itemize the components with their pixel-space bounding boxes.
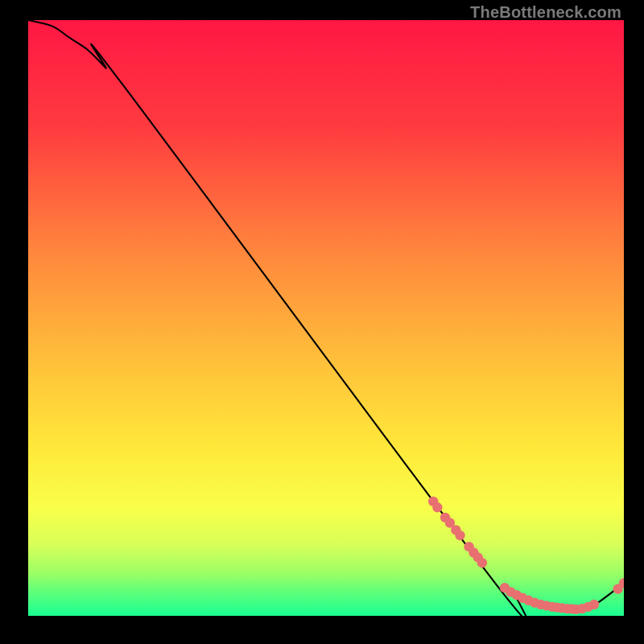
data-point: [477, 558, 487, 568]
gradient-background: [28, 20, 624, 616]
data-point: [432, 502, 442, 512]
attribution-text: TheBottleneck.com: [470, 3, 621, 22]
plot-area: [28, 20, 624, 616]
bottleneck-chart: [28, 20, 624, 616]
data-point: [589, 600, 599, 609]
data-point: [455, 530, 464, 540]
chart-stage: TheBottleneck.com: [0, 0, 644, 644]
